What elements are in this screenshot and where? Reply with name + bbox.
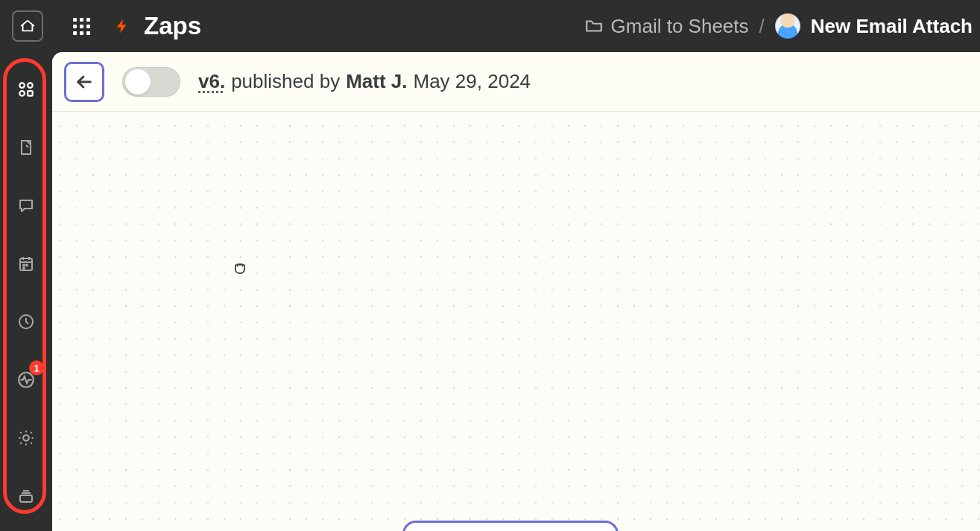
avatar[interactable] [775, 13, 800, 39]
version-label[interactable]: v6. [198, 70, 225, 93]
arrow-left-icon [74, 71, 95, 92]
sidebar-item-history[interactable] [11, 307, 41, 337]
status-badge: 1 [29, 360, 44, 375]
svg-point-5 [23, 264, 25, 266]
version-author: Matt J. [346, 70, 407, 93]
sidebar-item-notes[interactable] [11, 133, 41, 162]
apps-button[interactable] [66, 10, 97, 42]
page-title: Zaps [144, 12, 201, 40]
sidebar-item-settings[interactable] [11, 423, 41, 453]
svg-rect-11 [20, 495, 32, 502]
breadcrumb: Gmail to Sheets / New Email Attach [584, 13, 973, 39]
calendar-icon [17, 255, 35, 273]
svg-point-0 [19, 83, 24, 88]
svg-point-6 [26, 264, 28, 266]
home-icon [19, 18, 36, 34]
folder-icon [584, 16, 604, 36]
back-button[interactable] [64, 62, 104, 102]
main-canvas[interactable]: v6. published by Matt J. May 29, 2024 [52, 52, 980, 531]
breadcrumb-separator: / [759, 15, 765, 38]
version-text: v6. published by Matt J. May 29, 2024 [198, 70, 531, 93]
canvas-background [52, 52, 980, 531]
assets-icon [16, 80, 36, 99]
step-card-partial[interactable] [402, 521, 619, 531]
breadcrumb-folder[interactable]: Gmail to Sheets [584, 15, 749, 38]
breadcrumb-zap-name[interactable]: New Email Attach [811, 15, 973, 38]
svg-point-1 [28, 83, 32, 88]
published-prefix: published by [231, 70, 340, 93]
clock-icon [17, 313, 35, 331]
sidebar-item-comments[interactable] [11, 191, 41, 220]
bolt-icon [112, 16, 133, 36]
svg-point-7 [23, 267, 25, 269]
svg-point-2 [19, 91, 24, 96]
apps-icon [73, 18, 90, 35]
publish-toggle[interactable] [122, 67, 180, 97]
sidebar-item-assets[interactable] [11, 74, 41, 104]
versions-icon [17, 487, 35, 505]
topbar: Zaps Gmail to Sheets / New Email Attach [0, 0, 980, 52]
version-date: May 29, 2024 [414, 70, 531, 93]
toggle-knob [125, 69, 151, 95]
sidebar-item-status[interactable]: 1 [11, 365, 41, 395]
note-icon [17, 139, 35, 156]
sidebar: 1 [0, 52, 52, 531]
version-bar: v6. published by Matt J. May 29, 2024 [52, 52, 980, 112]
svg-point-10 [23, 435, 29, 441]
sidebar-item-versions[interactable] [11, 481, 41, 511]
chat-icon [17, 197, 35, 214]
home-button[interactable] [12, 10, 43, 42]
breadcrumb-folder-label: Gmail to Sheets [611, 15, 749, 38]
gear-icon [16, 428, 36, 448]
sidebar-item-calendar[interactable] [11, 249, 41, 279]
grab-cursor-icon [231, 259, 249, 280]
svg-rect-3 [28, 91, 32, 96]
